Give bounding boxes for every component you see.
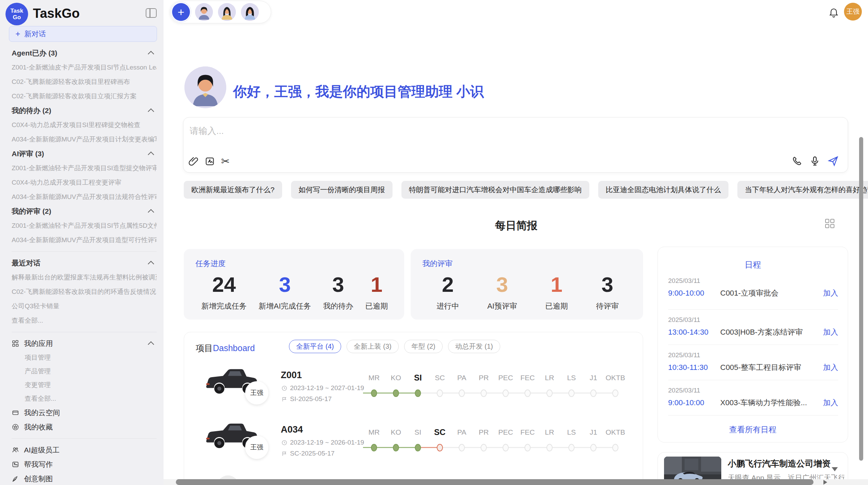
milestone-dot-pending[interactable] bbox=[459, 444, 465, 451]
sidebar-item-view-all[interactable]: 查看全部... bbox=[12, 313, 157, 328]
milestone-dot-pending[interactable] bbox=[546, 389, 553, 397]
join-link[interactable]: 加入 bbox=[823, 327, 838, 337]
agent-avatar-3[interactable] bbox=[241, 3, 259, 21]
milestone-dot-done[interactable] bbox=[415, 444, 421, 451]
milestone-dot-pending[interactable] bbox=[568, 389, 575, 397]
sidebar-group-ai-review[interactable]: AI评审 (3) bbox=[12, 147, 157, 161]
suggestion-chip[interactable]: 当下年轻人对汽车外观有怎样的喜好趋势 bbox=[737, 181, 868, 199]
milestone-label: PEC bbox=[495, 428, 517, 437]
sidebar-item[interactable]: Z001-全新燃油轻卡产品开发项目SI造型提交物评审 bbox=[12, 161, 157, 175]
agent-avatar-1[interactable] bbox=[195, 3, 213, 21]
agent-avatar-2[interactable] bbox=[218, 3, 236, 21]
suggestion-chip[interactable]: 比亚迪全固态电池计划具体说了什么 bbox=[598, 181, 728, 199]
milestone-label: PR bbox=[473, 373, 495, 382]
stat-label: 已逾期 bbox=[365, 301, 388, 311]
milestone-dot-pending[interactable] bbox=[568, 444, 575, 451]
sidebar-item[interactable]: A034-全新新能源MUV产品开发项目法规符合性评审 bbox=[12, 190, 157, 204]
milestone-dot-pending[interactable] bbox=[481, 444, 487, 451]
sidebar-item[interactable]: C0X4-动力总成开发项目工程变更评审 bbox=[12, 175, 157, 190]
user-avatar[interactable]: 王强 bbox=[844, 3, 862, 21]
milestone-dot-pending[interactable] bbox=[459, 389, 465, 397]
scissors-icon[interactable]: ✂ bbox=[221, 156, 230, 167]
milestone-dot-done[interactable] bbox=[371, 444, 377, 451]
sidebar-group-my-todo[interactable]: 我的待办 (2) bbox=[12, 103, 157, 118]
scroll-down-arrow-icon[interactable] bbox=[832, 467, 838, 471]
filter-new-platform[interactable]: 全新平台 (4) bbox=[289, 340, 341, 353]
layout-grid-icon[interactable] bbox=[824, 218, 835, 229]
new-session-button[interactable]: + bbox=[172, 3, 190, 21]
chevron-up-icon bbox=[148, 341, 154, 347]
filter-model-year[interactable]: 年型 (2) bbox=[404, 340, 443, 353]
milestone-dot-pending[interactable] bbox=[546, 444, 553, 451]
milestone-dot-pending[interactable] bbox=[437, 389, 443, 397]
milestone-label: KO bbox=[385, 373, 407, 382]
milestone-dot-pending[interactable] bbox=[503, 389, 509, 397]
sidebar-subitem-change-mgmt[interactable]: 变更管理 bbox=[12, 378, 157, 392]
stat-value: 1 bbox=[371, 274, 382, 296]
suggestion-chip[interactable]: 如何写一份清晰的项目周报 bbox=[291, 181, 393, 199]
sidebar-subitem-project-mgmt[interactable]: 项目管理 bbox=[12, 351, 157, 364]
sidebar-item-cloud-space[interactable]: 我的云空间 bbox=[12, 406, 157, 420]
sidebar-item[interactable]: 解释最新出台的欧盟报废车法规再生塑料比例被调至15%... bbox=[12, 270, 157, 285]
microphone-icon[interactable] bbox=[809, 156, 820, 166]
milestone-dot-done[interactable] bbox=[393, 444, 399, 451]
horizontal-scrollbar-thumb[interactable] bbox=[176, 479, 813, 485]
milestone-dot-pending[interactable] bbox=[503, 444, 509, 451]
milestone-dot-pending[interactable] bbox=[590, 444, 596, 451]
phone-icon[interactable] bbox=[792, 156, 803, 166]
sidebar-group-agent-done[interactable]: Agent已办 (3) bbox=[12, 46, 157, 60]
sidebar-item[interactable]: Z001-全新燃油皮卡产品开发项目SI节点Lesson Learn报告 bbox=[12, 60, 157, 75]
sidebar-item[interactable]: Z001-全新燃油轻卡产品开发项目SI节点属性5D文件评审 bbox=[12, 219, 157, 233]
join-link[interactable]: 加入 bbox=[823, 288, 838, 298]
sidebar-item[interactable]: A034-全新新能源MUV产品开发项目计划变更表编写 bbox=[12, 132, 157, 147]
sidebar-item-favorites[interactable]: 我的收藏 bbox=[12, 420, 157, 434]
suggestion-chip[interactable]: 欧洲新规最近颁布了什么? bbox=[184, 181, 282, 199]
paperclip-icon[interactable] bbox=[188, 156, 198, 166]
sidebar-item[interactable]: C02-飞腾新能源轻客改款项目里程碑画布 bbox=[12, 75, 157, 89]
milestone-dot-pending[interactable] bbox=[590, 389, 596, 397]
sidebar-collapse-icon[interactable] bbox=[146, 8, 157, 18]
milestone-dot-pending[interactable] bbox=[612, 389, 618, 397]
sidebar-item-creative-draw[interactable]: 创意制图 bbox=[12, 472, 157, 485]
milestone-label: LS bbox=[560, 428, 582, 437]
sidebar-item-my-apps[interactable]: 我的应用 bbox=[12, 336, 157, 351]
app-logo: Task Go bbox=[5, 3, 28, 25]
vertical-scrollbar-thumb[interactable] bbox=[859, 137, 863, 461]
stat-value: 2 bbox=[442, 274, 454, 296]
milestone-label: LR bbox=[539, 428, 560, 437]
view-all-schedule-link[interactable]: 查看所有日程 bbox=[658, 424, 848, 435]
sidebar-item[interactable]: C0X4-动力总成开发项目SI里程碑提交物检查 bbox=[12, 118, 157, 132]
chat-input[interactable]: 请输入... ✂ bbox=[183, 117, 848, 173]
join-link[interactable]: 加入 bbox=[823, 398, 838, 408]
milestone-dot-pending[interactable] bbox=[612, 444, 618, 451]
join-link[interactable]: 加入 bbox=[823, 362, 838, 373]
logo-line2: Go bbox=[13, 14, 21, 21]
milestone-dot-done[interactable] bbox=[393, 389, 399, 397]
sidebar-group-my-review[interactable]: 我的评审 (2) bbox=[12, 204, 157, 219]
sidebar-item[interactable]: 公司Q3轻卡销量 bbox=[12, 299, 157, 313]
sidebar-subitem-view-all[interactable]: 查看全部... bbox=[12, 392, 157, 406]
milestone-dot-overdue[interactable] bbox=[437, 444, 443, 451]
scroll-right-arrow-icon[interactable] bbox=[823, 480, 827, 485]
suggestion-chip[interactable]: 特朗普可能对进口汽车增税会对中国车企造成哪些影响 bbox=[401, 181, 589, 199]
sidebar-item[interactable]: C02-飞腾新能源轻客改款项目的闭环通告反馈情况 bbox=[12, 285, 157, 299]
sidebar-item[interactable]: C02-飞腾新能源轻客改款项目立项汇报方案 bbox=[12, 89, 157, 103]
milestone-dot-pending[interactable] bbox=[525, 389, 531, 397]
sidebar-item-help-write[interactable]: 帮我写作 bbox=[12, 457, 157, 472]
schedule-date: 2025/03/11 bbox=[668, 387, 838, 394]
filter-new-body[interactable]: 全新上装 (3) bbox=[347, 340, 399, 353]
sidebar-subitem-product-mgmt[interactable]: 产品管理 bbox=[12, 364, 157, 378]
filter-powertrain[interactable]: 动总开发 (1) bbox=[448, 340, 500, 353]
notification-bell-icon[interactable] bbox=[828, 7, 839, 18]
sidebar-group-recent[interactable]: 最近对话 bbox=[12, 256, 157, 270]
milestone-dot-active[interactable] bbox=[415, 389, 421, 397]
milestone-dot-pending[interactable] bbox=[481, 389, 487, 397]
sidebar-item-ai-staff[interactable]: AI超级员工 bbox=[12, 443, 157, 457]
new-chat-button[interactable]: + 新对话 bbox=[9, 26, 157, 42]
milestone-label: J1 bbox=[582, 373, 604, 382]
milestone-dot-pending[interactable] bbox=[525, 444, 531, 451]
send-icon[interactable] bbox=[827, 155, 839, 167]
milestone-dot-done[interactable] bbox=[371, 389, 377, 397]
image-icon[interactable] bbox=[205, 156, 215, 166]
sidebar-item[interactable]: A034-全新新能源MUV产品开发项目造型可行性评审 bbox=[12, 233, 157, 247]
